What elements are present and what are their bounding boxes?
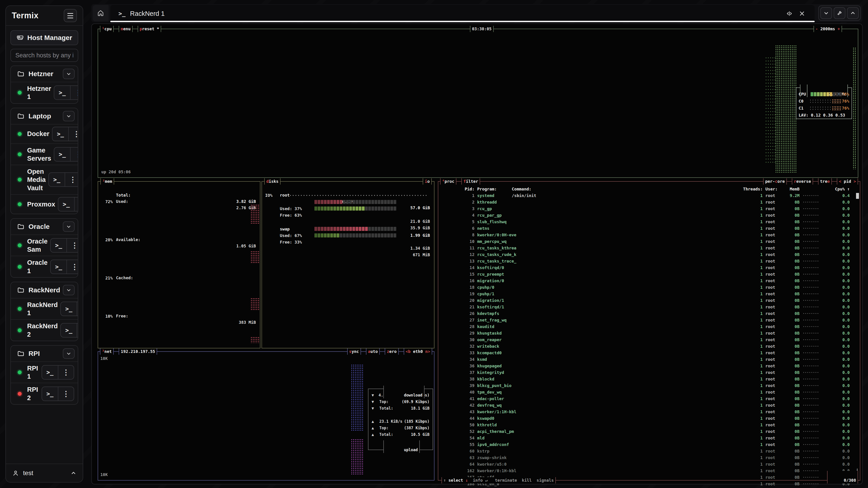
host-menu-button[interactable]: ⋮ <box>74 197 78 211</box>
interval-control[interactable]: - 2000ms + <box>813 26 842 32</box>
process-row-63[interactable]: 63zswap-shrink1root0B0.0 <box>438 454 860 461</box>
tab-racknerd-1[interactable]: >_ RackNerd 1 <box>110 5 815 22</box>
user-menu[interactable]: test <box>6 464 83 482</box>
open-terminal-button[interactable]: >_ <box>51 238 66 252</box>
process-row-8[interactable]: 8kworker/0:0H-eve1root0B0.0 <box>438 232 860 238</box>
process-row-41[interactable]: 41edac-poller1root0B0.0 <box>438 395 860 402</box>
process-row-18[interactable]: 18cpuhp/01root0B0.0 <box>438 284 860 291</box>
process-row-32[interactable]: 32writeback1root0B0.0 <box>438 343 860 350</box>
close-tab-button[interactable] <box>796 7 808 20</box>
terminal-panel[interactable]: ¹cpu menu preset * 03:30:05 - 2000ms + E… <box>91 24 863 484</box>
host-menu-button[interactable]: ⋮ <box>66 238 78 252</box>
net-sync-toggle[interactable]: sync <box>347 348 361 355</box>
group-header[interactable]: Oracle <box>11 219 78 234</box>
process-row-15[interactable]: 15rcu_preempt1root0B0.0 <box>438 271 860 278</box>
expand-button[interactable] <box>847 7 859 19</box>
group-header[interactable]: Laptop <box>11 108 78 124</box>
open-terminal-button[interactable]: >_ <box>42 387 58 400</box>
disks-io-toggle[interactable]: io <box>423 178 432 185</box>
open-terminal-button[interactable]: >_ <box>49 173 65 186</box>
proc-scrollbar-thumb[interactable] <box>856 193 859 199</box>
open-terminal-button[interactable]: >_ <box>51 260 66 273</box>
process-row-64[interactable]: 64kworker/u5:01root0B0.0 <box>438 461 860 467</box>
host-item-racknerd-1[interactable]: RackNerd 1>_⋮ <box>11 298 78 320</box>
process-row-5[interactable]: 5slub_flushwq1root0B0.0 <box>438 219 860 225</box>
process-row-27[interactable]: 27inet_frag_wq1root0B0.0 <box>438 317 860 323</box>
host-item-oracle-1[interactable]: Oracle 1>_⋮ <box>11 256 78 277</box>
host-item-hetzner-1[interactable]: Hetzner 1>_⋮ <box>11 82 78 103</box>
process-row-29[interactable]: 29khungtaskd1root0B0.0 <box>438 330 860 336</box>
open-terminal-button[interactable]: >_ <box>61 324 76 337</box>
group-collapse-button[interactable] <box>63 348 74 359</box>
host-manager-button[interactable]: Host Manager <box>10 30 78 45</box>
process-row-19[interactable]: 19cpuhp/11root0B0.0 <box>438 291 860 297</box>
group-header[interactable]: RPI <box>11 346 78 361</box>
process-row-38[interactable]: 38kblockd1root0B0.0 <box>438 376 860 382</box>
host-item-rpi-1[interactable]: RPI 1>_⋮ <box>11 361 78 383</box>
group-header[interactable]: Hetzner <box>11 66 78 82</box>
proc-percore-toggle[interactable]: per-core <box>763 178 787 185</box>
process-row-2[interactable]: 2kthreadd1root0B0.0 <box>438 199 860 205</box>
collapse-button[interactable] <box>820 7 832 19</box>
menu-button[interactable] <box>64 9 77 22</box>
host-item-open-media-vault[interactable]: Open Media Vault>_⋮ <box>11 165 78 194</box>
host-menu-button[interactable]: ⋮ <box>66 260 78 273</box>
process-row-21[interactable]: 21ksoftirqd/11root0B0.0 <box>438 304 860 310</box>
host-menu-button[interactable]: ⋮ <box>76 324 78 337</box>
host-item-racknerd-2[interactable]: RackNerd 2>_⋮ <box>11 319 78 341</box>
open-terminal-button[interactable]: >_ <box>54 148 70 161</box>
process-row-60[interactable]: 60kstrp1root0B0.0 <box>438 448 860 454</box>
open-terminal-button[interactable]: >_ <box>42 365 58 379</box>
process-row-39[interactable]: 39blkcg_punt_bio1root0B0.0 <box>438 382 860 389</box>
net-auto-toggle[interactable]: auto <box>366 348 380 355</box>
process-row-26[interactable]: 26kdevtmpfs1root0B0.0 <box>438 310 860 317</box>
process-row-52[interactable]: 52acpi_thermal_pm1root0B0.0 <box>438 428 860 435</box>
process-row-37[interactable]: 37kintegrityd1root0B0.0 <box>438 369 860 376</box>
split-view-button[interactable] <box>783 7 796 20</box>
group-collapse-button[interactable] <box>63 111 74 121</box>
process-row-55[interactable]: 55ipv6_addrconf1root0B0.0 <box>438 441 860 448</box>
open-terminal-button[interactable]: >_ <box>58 197 74 211</box>
open-terminal-button[interactable]: >_ <box>54 86 70 99</box>
host-item-proxmox[interactable]: Proxmox>_⋮ <box>11 194 78 214</box>
process-row-44[interactable]: 44kswapd01root0B0.0 <box>438 415 860 422</box>
proc-sort-selector[interactable]: < pid > <box>837 178 858 185</box>
host-menu-button[interactable]: ⋮ <box>68 127 78 141</box>
process-row-36[interactable]: 36khugepaged1root0B0.0 <box>438 363 860 369</box>
process-row-43[interactable]: 43kworker/1:1H-kbl1root0B0.0 <box>438 409 860 415</box>
menu-button-terminal[interactable]: menu <box>119 26 132 32</box>
host-menu-button[interactable]: ⋮ <box>70 86 78 99</box>
open-terminal-button[interactable]: >_ <box>61 302 76 316</box>
group-collapse-button[interactable] <box>63 69 74 79</box>
process-row-34[interactable]: 34ksmd1root0B0.0 <box>438 356 860 363</box>
process-row-1[interactable]: 1systemd/sbin/init1root9.2M0.4 <box>438 192 860 199</box>
net-zero-toggle[interactable]: zero <box>385 348 399 355</box>
tools-button[interactable] <box>834 7 845 19</box>
group-collapse-button[interactable] <box>63 221 74 232</box>
home-button[interactable] <box>93 5 108 21</box>
host-menu-button[interactable]: ⋮ <box>76 302 78 316</box>
proc-reverse-toggle[interactable]: reverse <box>792 178 813 185</box>
process-row-28[interactable]: 28kauditd1root0B0.0 <box>438 323 860 330</box>
process-row-4[interactable]: 4rcu_par_gp1root0B0.0 <box>438 212 860 219</box>
host-item-game-servers[interactable]: Game Servers>_⋮ <box>11 143 78 165</box>
process-row-6[interactable]: 6netns1root0B0.0 <box>438 225 860 232</box>
process-row-54[interactable]: 54mld1root0B0.0 <box>438 435 860 441</box>
process-row-33[interactable]: 33kcompactd01root0B0.0 <box>438 350 860 356</box>
preset-button[interactable]: preset * <box>138 26 161 32</box>
process-row-11[interactable]: 11rcu_tasks_kthrea1root0B0.0 <box>438 245 860 251</box>
process-row-30[interactable]: 30oom_reaper1root0B0.0 <box>438 336 860 343</box>
process-row-40[interactable]: 40tpm_dev_wq1root0B0.0 <box>438 389 860 395</box>
proc-footer-keys[interactable]: ↑ select ↓ info ↵ terminate kill signals <box>441 477 556 484</box>
host-item-oracle-sam[interactable]: Oracle Sam>_⋮ <box>11 234 78 256</box>
search-input[interactable] <box>10 49 78 62</box>
open-terminal-button[interactable]: >_ <box>53 127 68 141</box>
host-menu-button[interactable]: ⋮ <box>65 173 78 186</box>
process-row-14[interactable]: 14ksoftirqd/01root0B0.0 <box>438 264 860 271</box>
process-row-162[interactable]: 162kworker/0:1H-kbl1root0B0.0 <box>438 467 860 474</box>
process-row-50[interactable]: 50kthrotld1root0B0.0 <box>438 422 860 428</box>
host-menu-button[interactable]: ⋮ <box>58 365 74 379</box>
host-item-rpi-2[interactable]: RPI 2>_⋮ <box>11 383 78 404</box>
process-row-16[interactable]: 16migration/01root0B0.0 <box>438 278 860 284</box>
process-row-10[interactable]: 10mm_percpu_wq1root0B0.0 <box>438 238 860 245</box>
